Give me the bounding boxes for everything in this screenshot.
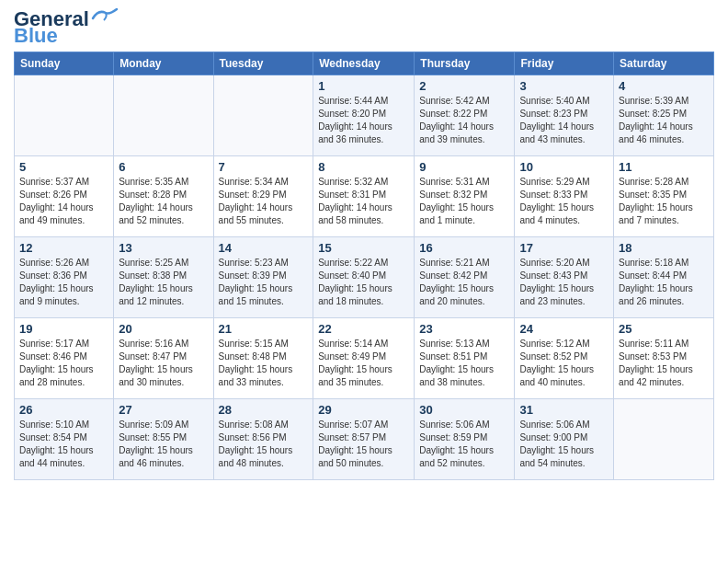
calendar-day: 16Sunrise: 5:21 AM Sunset: 8:42 PM Dayli… <box>415 237 515 318</box>
day-info: Sunrise: 5:26 AM Sunset: 8:36 PM Dayligh… <box>19 257 108 308</box>
header: General Blue <box>14 9 714 46</box>
day-info: Sunrise: 5:25 AM Sunset: 8:38 PM Dayligh… <box>119 257 208 308</box>
day-info: Sunrise: 5:06 AM Sunset: 8:59 PM Dayligh… <box>419 419 509 470</box>
calendar-day: 23Sunrise: 5:13 AM Sunset: 8:51 PM Dayli… <box>415 318 515 399</box>
day-number: 22 <box>318 322 409 336</box>
calendar-day: 14Sunrise: 5:23 AM Sunset: 8:39 PM Dayli… <box>213 237 313 318</box>
weekday-header-thursday: Thursday <box>415 52 515 75</box>
calendar-day: 1Sunrise: 5:44 AM Sunset: 8:20 PM Daylig… <box>313 75 415 156</box>
calendar-day: 31Sunrise: 5:06 AM Sunset: 9:00 PM Dayli… <box>515 399 614 480</box>
calendar-day: 30Sunrise: 5:06 AM Sunset: 8:59 PM Dayli… <box>415 399 515 480</box>
day-info: Sunrise: 5:10 AM Sunset: 8:54 PM Dayligh… <box>19 419 108 470</box>
calendar-day: 27Sunrise: 5:09 AM Sunset: 8:55 PM Dayli… <box>114 399 213 480</box>
day-number: 16 <box>419 241 509 255</box>
calendar-day: 24Sunrise: 5:12 AM Sunset: 8:52 PM Dayli… <box>515 318 614 399</box>
calendar-day: 7Sunrise: 5:34 AM Sunset: 8:29 PM Daylig… <box>213 156 313 237</box>
day-info: Sunrise: 5:35 AM Sunset: 8:28 PM Dayligh… <box>119 176 208 227</box>
day-info: Sunrise: 5:17 AM Sunset: 8:46 PM Dayligh… <box>19 338 108 389</box>
day-info: Sunrise: 5:12 AM Sunset: 8:52 PM Dayligh… <box>519 338 609 389</box>
calendar-day: 12Sunrise: 5:26 AM Sunset: 8:36 PM Dayli… <box>15 237 114 318</box>
calendar-day: 11Sunrise: 5:28 AM Sunset: 8:35 PM Dayli… <box>614 156 714 237</box>
day-number: 31 <box>519 403 609 417</box>
day-number: 6 <box>119 160 208 174</box>
calendar-table: SundayMondayTuesdayWednesdayThursdayFrid… <box>14 52 714 480</box>
calendar-day <box>614 399 714 480</box>
calendar-week-3: 12Sunrise: 5:26 AM Sunset: 8:36 PM Dayli… <box>15 237 714 318</box>
calendar-day: 5Sunrise: 5:37 AM Sunset: 8:26 PM Daylig… <box>15 156 114 237</box>
day-number: 4 <box>619 79 709 93</box>
calendar-day <box>213 75 313 156</box>
day-info: Sunrise: 5:15 AM Sunset: 8:48 PM Dayligh… <box>219 338 309 389</box>
calendar-day: 6Sunrise: 5:35 AM Sunset: 8:28 PM Daylig… <box>114 156 213 237</box>
day-number: 1 <box>318 79 409 93</box>
day-number: 10 <box>519 160 609 174</box>
day-info: Sunrise: 5:06 AM Sunset: 9:00 PM Dayligh… <box>519 419 609 470</box>
day-number: 15 <box>318 241 409 255</box>
calendar-day: 4Sunrise: 5:39 AM Sunset: 8:25 PM Daylig… <box>614 75 714 156</box>
calendar-week-4: 19Sunrise: 5:17 AM Sunset: 8:46 PM Dayli… <box>15 318 714 399</box>
day-info: Sunrise: 5:32 AM Sunset: 8:31 PM Dayligh… <box>318 176 409 227</box>
day-info: Sunrise: 5:42 AM Sunset: 8:22 PM Dayligh… <box>419 95 509 146</box>
weekday-header-row: SundayMondayTuesdayWednesdayThursdayFrid… <box>15 52 714 75</box>
calendar-day: 28Sunrise: 5:08 AM Sunset: 8:56 PM Dayli… <box>213 399 313 480</box>
day-number: 30 <box>419 403 509 417</box>
page-container: General Blue SundayMondayTuesdayWednesda… <box>0 0 728 485</box>
day-number: 18 <box>619 241 709 255</box>
day-info: Sunrise: 5:40 AM Sunset: 8:23 PM Dayligh… <box>519 95 609 146</box>
calendar-day: 17Sunrise: 5:20 AM Sunset: 8:43 PM Dayli… <box>515 237 614 318</box>
logo-bird-icon <box>91 7 119 28</box>
day-number: 12 <box>19 241 108 255</box>
day-number: 20 <box>119 322 208 336</box>
day-number: 29 <box>318 403 409 417</box>
calendar-week-1: 1Sunrise: 5:44 AM Sunset: 8:20 PM Daylig… <box>15 75 714 156</box>
weekday-header-friday: Friday <box>515 52 614 75</box>
day-info: Sunrise: 5:31 AM Sunset: 8:32 PM Dayligh… <box>419 176 509 227</box>
weekday-header-tuesday: Tuesday <box>213 52 313 75</box>
day-info: Sunrise: 5:14 AM Sunset: 8:49 PM Dayligh… <box>318 338 409 389</box>
calendar-week-2: 5Sunrise: 5:37 AM Sunset: 8:26 PM Daylig… <box>15 156 714 237</box>
day-info: Sunrise: 5:34 AM Sunset: 8:29 PM Dayligh… <box>219 176 309 227</box>
weekday-header-sunday: Sunday <box>15 52 114 75</box>
calendar-day: 18Sunrise: 5:18 AM Sunset: 8:44 PM Dayli… <box>614 237 714 318</box>
calendar-day <box>114 75 213 156</box>
day-number: 14 <box>219 241 309 255</box>
day-info: Sunrise: 5:07 AM Sunset: 8:57 PM Dayligh… <box>318 419 409 470</box>
calendar-day: 13Sunrise: 5:25 AM Sunset: 8:38 PM Dayli… <box>114 237 213 318</box>
day-info: Sunrise: 5:08 AM Sunset: 8:56 PM Dayligh… <box>219 419 309 470</box>
day-number: 5 <box>19 160 108 174</box>
calendar-day: 2Sunrise: 5:42 AM Sunset: 8:22 PM Daylig… <box>415 75 515 156</box>
day-info: Sunrise: 5:22 AM Sunset: 8:40 PM Dayligh… <box>318 257 409 308</box>
calendar-day: 21Sunrise: 5:15 AM Sunset: 8:48 PM Dayli… <box>213 318 313 399</box>
day-info: Sunrise: 5:21 AM Sunset: 8:42 PM Dayligh… <box>419 257 509 308</box>
calendar-week-5: 26Sunrise: 5:10 AM Sunset: 8:54 PM Dayli… <box>15 399 714 480</box>
calendar-day: 19Sunrise: 5:17 AM Sunset: 8:46 PM Dayli… <box>15 318 114 399</box>
day-number: 11 <box>619 160 709 174</box>
day-number: 25 <box>619 322 709 336</box>
day-number: 2 <box>419 79 509 93</box>
day-info: Sunrise: 5:29 AM Sunset: 8:33 PM Dayligh… <box>519 176 609 227</box>
day-number: 24 <box>519 322 609 336</box>
calendar-day: 25Sunrise: 5:11 AM Sunset: 8:53 PM Dayli… <box>614 318 714 399</box>
day-number: 21 <box>219 322 309 336</box>
day-number: 13 <box>119 241 208 255</box>
day-number: 23 <box>419 322 509 336</box>
day-number: 9 <box>419 160 509 174</box>
day-info: Sunrise: 5:37 AM Sunset: 8:26 PM Dayligh… <box>19 176 108 227</box>
day-info: Sunrise: 5:28 AM Sunset: 8:35 PM Dayligh… <box>619 176 709 227</box>
calendar-day: 3Sunrise: 5:40 AM Sunset: 8:23 PM Daylig… <box>515 75 614 156</box>
day-info: Sunrise: 5:44 AM Sunset: 8:20 PM Dayligh… <box>318 95 409 146</box>
calendar-day <box>15 75 114 156</box>
day-number: 27 <box>119 403 208 417</box>
day-info: Sunrise: 5:09 AM Sunset: 8:55 PM Dayligh… <box>119 419 208 470</box>
calendar-day: 8Sunrise: 5:32 AM Sunset: 8:31 PM Daylig… <box>313 156 415 237</box>
day-info: Sunrise: 5:16 AM Sunset: 8:47 PM Dayligh… <box>119 338 208 389</box>
calendar-day: 26Sunrise: 5:10 AM Sunset: 8:54 PM Dayli… <box>15 399 114 480</box>
calendar-day: 10Sunrise: 5:29 AM Sunset: 8:33 PM Dayli… <box>515 156 614 237</box>
weekday-header-wednesday: Wednesday <box>313 52 415 75</box>
day-number: 3 <box>519 79 609 93</box>
day-info: Sunrise: 5:23 AM Sunset: 8:39 PM Dayligh… <box>219 257 309 308</box>
calendar-day: 15Sunrise: 5:22 AM Sunset: 8:40 PM Dayli… <box>313 237 415 318</box>
day-number: 19 <box>19 322 108 336</box>
day-number: 7 <box>219 160 309 174</box>
day-number: 17 <box>519 241 609 255</box>
